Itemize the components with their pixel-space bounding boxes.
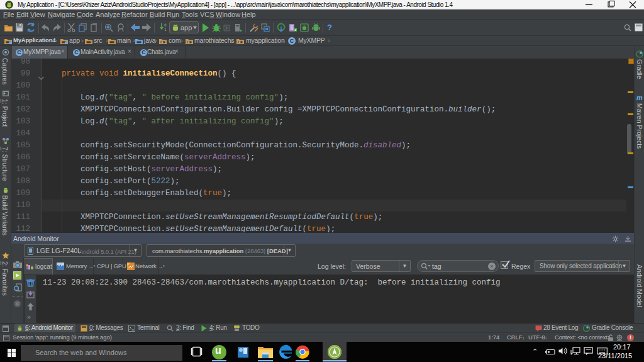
svg-text:1: 1 <box>164 27 167 31</box>
svg-text:0: 0 <box>164 23 167 27</box>
